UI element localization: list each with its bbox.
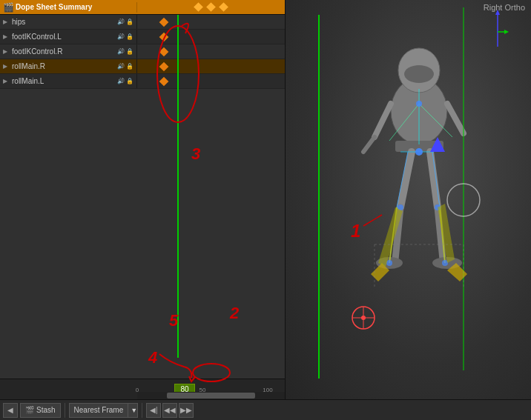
kf-footL-1 bbox=[159, 32, 168, 41]
speaker-icon-footL: 🔊 bbox=[117, 33, 125, 40]
channel-label-footIKControl-L: ▶ footIKControl.L 🔊 🔒 bbox=[0, 30, 137, 44]
channel-name-rollMainR: rollMain.R bbox=[12, 62, 116, 70]
dope-right-row-hips bbox=[137, 15, 285, 29]
separator-1 bbox=[65, 403, 65, 418]
speaker-icon-rollMainL: 🔊 bbox=[117, 78, 125, 84]
channel-name-footL: footIKControl.L bbox=[12, 33, 116, 41]
channel-list: ▶ hips 🔊 🔒 ▶ footIKControl.L 🔊 🔒 bbox=[0, 15, 285, 379]
speaker-icon-footR: 🔊 bbox=[117, 48, 125, 55]
stash-button[interactable]: 🎬 Stash bbox=[20, 403, 61, 418]
svg-line-15 bbox=[447, 104, 464, 133]
character-3d: 1 bbox=[315, 7, 515, 370]
kf-footR-1 bbox=[159, 47, 168, 56]
dropdown-arrow-icon: ▼ bbox=[131, 407, 137, 414]
speaker-icon-hips: 🔊 bbox=[117, 19, 125, 25]
expand-arrow-rollMainL: ▶ bbox=[3, 78, 10, 84]
nearest-frame-selector: Nearest Frame ▼ bbox=[69, 403, 139, 418]
jump-to-keyframe-btn[interactable]: ◀| bbox=[146, 403, 161, 418]
expand-icon: ◀ bbox=[7, 406, 13, 414]
timeline-ruler-area: 0 50 100 80 bbox=[0, 379, 285, 399]
header-diamond-2 bbox=[206, 2, 216, 12]
nearest-frame-button[interactable]: Nearest Frame bbox=[69, 403, 128, 418]
channel-row-footIKControl-L[interactable]: ▶ footIKControl.L 🔊 🔒 bbox=[0, 30, 285, 44]
kf-rollMainL-1 bbox=[159, 76, 168, 86]
nearest-frame-dropdown[interactable]: ▼ bbox=[128, 403, 138, 418]
dope-right-row-footL bbox=[137, 30, 285, 44]
channel-name-rollMainL: rollMain.L bbox=[12, 77, 116, 85]
lock-icon-footL: 🔒 bbox=[126, 33, 133, 40]
expand-arrow-hips: ▶ bbox=[3, 19, 10, 25]
scrollbar-thumb bbox=[167, 393, 255, 399]
lock-icon-hips: 🔒 bbox=[126, 19, 133, 25]
viewport-label: Right Ortho bbox=[484, 3, 525, 12]
channel-name-footR: footIKControl.R bbox=[12, 47, 116, 56]
separator-2 bbox=[142, 403, 142, 418]
channel-row-rollMainL[interactable]: ▶ rollMain.L 🔊 🔒 bbox=[0, 74, 285, 89]
channel-label-rollMainR: ▶ rollMain.R 🔊 🔒 bbox=[0, 59, 137, 73]
dope-sheet-header-label: 🎬 Dope Sheet Summary bbox=[0, 2, 137, 13]
header-diamond-3 bbox=[219, 2, 228, 12]
svg-point-12 bbox=[404, 65, 434, 83]
viewport-panel: Right Ortho bbox=[286, 0, 531, 399]
next-frame-btn[interactable]: ▶▶ bbox=[179, 403, 194, 418]
dope-sheet-title: Dope Sheet Summary bbox=[16, 3, 92, 11]
playback-icon-group: ◀| ◀◀ ▶▶ bbox=[146, 403, 194, 418]
channel-label-rollMainL: ▶ rollMain.L 🔊 🔒 bbox=[0, 74, 137, 88]
prev-frame-btn[interactable]: ◀◀ bbox=[162, 403, 177, 418]
expand-arrow-rollMainR: ▶ bbox=[3, 63, 10, 70]
prev-keyframe-icon: ◀| bbox=[150, 406, 158, 414]
channel-row-hips[interactable]: ▶ hips 🔊 🔒 bbox=[0, 15, 285, 30]
current-frame-line bbox=[318, 15, 320, 379]
svg-point-34 bbox=[415, 148, 423, 156]
svg-point-33 bbox=[416, 101, 422, 107]
h-scrollbar[interactable] bbox=[137, 392, 285, 399]
channel-label-footIKControl-R: ▶ footIKControl.R 🔊 🔒 bbox=[0, 44, 137, 59]
lock-icon-rollMainL: 🔒 bbox=[126, 78, 133, 84]
lock-icon-footR: 🔒 bbox=[126, 48, 133, 55]
stash-icon: 🎬 bbox=[25, 406, 34, 414]
expand-btn[interactable]: ◀ bbox=[3, 403, 18, 418]
dope-sheet-panel: 🎬 Dope Sheet Summary ▶ hips 🔊 🔒 bbox=[0, 0, 286, 399]
channel-row-rollMainR[interactable]: ▶ rollMain.R 🔊 🔒 bbox=[0, 59, 285, 74]
svg-line-14 bbox=[363, 137, 375, 152]
svg-marker-54 bbox=[430, 137, 445, 152]
svg-line-49 bbox=[363, 215, 382, 226]
expand-arrow-footL: ▶ bbox=[3, 33, 10, 40]
current-frame-line-overlay bbox=[177, 15, 179, 358]
main-area: 🎬 Dope Sheet Summary ▶ hips 🔊 🔒 bbox=[0, 0, 531, 399]
channel-label-hips: ▶ hips 🔊 🔒 bbox=[0, 15, 137, 29]
next-frame-icon: ▶▶ bbox=[180, 406, 192, 414]
header-diamond-1 bbox=[194, 2, 203, 12]
bottom-bar: ◀ 🎬 Stash Nearest Frame ▼ ◀| ◀◀ ▶▶ bbox=[0, 399, 531, 420]
kf-hips-1 bbox=[159, 17, 168, 27]
channel-name-hips: hips bbox=[12, 18, 116, 26]
svg-text:1: 1 bbox=[351, 221, 360, 241]
lock-icon-rollMainR: 🔒 bbox=[126, 63, 133, 70]
channel-row-footIKControl-R[interactable]: ▶ footIKControl.R 🔊 🔒 bbox=[0, 44, 285, 59]
triangle-marker bbox=[430, 137, 445, 152]
dope-sheet-header: 🎬 Dope Sheet Summary bbox=[0, 0, 285, 15]
dope-right-row-rollMainR bbox=[137, 59, 285, 73]
svg-line-13 bbox=[375, 104, 391, 137]
nearest-frame-label: Nearest Frame bbox=[74, 406, 124, 414]
dope-sheet-icon: 🎬 bbox=[3, 2, 14, 13]
speaker-icon-rollMainR: 🔊 bbox=[117, 63, 125, 70]
timeline-empty-area bbox=[0, 89, 285, 379]
viewport-content: 1 bbox=[286, 0, 531, 399]
dope-sheet-header-right bbox=[137, 4, 285, 10]
stash-label: Stash bbox=[36, 406, 56, 414]
target-circle bbox=[349, 303, 378, 333]
dope-right-row-footR bbox=[137, 44, 285, 59]
prev-frame-icon: ◀◀ bbox=[164, 406, 176, 414]
kf-rollMainR-1 bbox=[159, 61, 168, 71]
expand-arrow-footR: ▶ bbox=[3, 48, 10, 55]
dope-right-row-rollMainL bbox=[137, 74, 285, 88]
